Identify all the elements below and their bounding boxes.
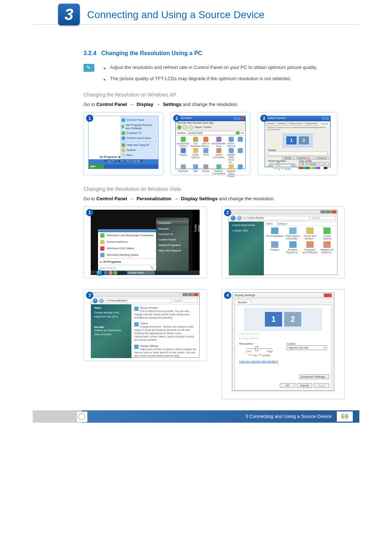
control-panel-item [236,164,244,177]
page-number: 69 [337,411,353,422]
apply-button: Apply [314,383,329,388]
sidebar-link: • Classic View [232,229,261,233]
control-panel-item: Game Controllers [211,148,226,164]
advanced-button: Advanced [315,156,329,160]
start-right-item: Connect To [156,231,189,237]
tab: Appearance [304,121,319,125]
vista-screenshot-1: 1 Windows Live Messenger DownloadNorton … [83,206,207,278]
control-panel-item: Add or Remov... [201,137,211,147]
control-panel-item: Mouse [201,164,211,177]
chapter-number: 3 [58,4,80,25]
window-title: Display Properties [266,117,286,120]
control-panel-item: Network Connections [211,164,226,177]
start-item: Windows Live Messenger Download [98,232,156,239]
step-badge: 3 [86,292,93,299]
back-icon [93,298,98,303]
start-menu-item: Help and Support [120,143,158,148]
resolution-slider [246,348,272,349]
resolution-slider [269,164,295,164]
tab: Screen Saver [287,121,304,125]
footer: 3 Connecting and Using a Source Device 6… [33,410,359,423]
start-right-item: Help and Support [156,248,189,253]
control-panel-item: Fonts [201,148,211,164]
forward-icon [237,216,242,221]
start-menu-item: Run... [120,153,158,158]
taskbar-control-panel: Control Panel [127,271,155,275]
vista-screenshot-2: 2 ▸ Control Panel ▸ Search [221,206,345,278]
placeholder-text: * * * * * * * * * * [239,337,327,341]
resolution-label: Resolution: [239,342,279,345]
xp-subheading: Changing the Resolution on Windows XP [83,92,345,98]
placeholder-text: * * * * * * * * * * * [239,333,327,336]
drag-hint: Drag the monitor icons to match the phys… [265,126,330,131]
start-right-header: Computer [156,221,189,225]
footer-chapter: 3 Connecting and Using a Source Device [245,414,332,419]
window-controls [229,210,337,215]
forward-icon [99,298,104,303]
start-menu-item: Search [120,148,158,153]
colors-dropdown: Highest (32 bit) [287,345,327,350]
control-panel-item: Keyboard [177,164,189,177]
step-badge: 3 [260,115,268,122]
start-button: start [89,164,104,169]
close-icon [324,294,332,297]
step-badge: 4 [224,292,231,299]
tab: Themes [265,121,277,125]
address-path: ▸ Control Panel ▸ [243,216,309,220]
xp-screenshot-2: 2 Control Panel File Edit View Favorites… [171,112,250,175]
search-field: Search [310,216,336,220]
apply-button: Apply [319,162,329,165]
vista-step-text: Go to Control Panel → Personalization → … [83,195,345,203]
monitor-2-icon: 2 [284,312,301,327]
personalization-block: ThemeChange the theme. Themes can change… [134,322,196,341]
all-programs: ▸All Programs [98,258,156,265]
turnoff-button: Turn Off Computer [118,160,142,162]
cancel-button: Cancel [297,383,312,388]
colors-label: Colors: [287,342,327,345]
tab: Desktop [276,121,288,125]
logoff-button: Log Off [105,160,116,162]
see-also-link: Taskbar and Start Menu [94,328,128,332]
window-title: Display Settings [234,294,255,297]
back-icon [230,216,236,221]
start-menu-item: Connect To [120,131,158,136]
start-item: Windows DVD Maker [98,245,156,252]
column-header: Name Category [264,222,337,226]
control-panel-item: Programs and Features [302,241,318,254]
note-item: The picture quality of TFT-LCDs may degr… [103,75,345,83]
monitor-1-icon: 1 [265,312,282,327]
control-panel-item: Printers [266,241,283,254]
start-item: Windows Meeting Space [98,252,156,258]
help-link: How do I get the best display? [239,360,327,363]
back-icon [177,125,181,130]
sidebar-heading: Control Panel Home [232,224,261,226]
control-panel-item: Display [177,148,189,164]
control-panel-item: Adobe Gamma [227,137,236,147]
up-icon [189,125,193,130]
window-controls [233,117,244,120]
step-badge: 2 [224,209,231,216]
control-panel-item: Folder Options [190,148,200,164]
start-menu-item: Control Panel [120,118,158,123]
xp-step-text: Go to Control Panel → Display → Settings… [83,100,345,108]
step-badge: 2 [173,115,180,122]
xp-screenshot-1: 1 Control PanelSet Program Access and De… [83,112,163,175]
identify-button: Identify [282,156,293,160]
monitor-tab: Monitor [234,300,251,305]
control-panel-item: Administrative Tools [211,137,226,147]
section-number: 3.2.4 [83,50,97,56]
display-dropdown [268,152,327,155]
see-also-link: Ease of Access [94,332,128,336]
start-orb-icon [97,270,102,276]
see-also-heading: See also [94,326,128,328]
control-panel-item: Add Hardware [190,137,200,147]
start-right-item: Network [156,226,189,231]
monitor-1-icon: 1 [286,136,297,144]
start-right-item: Control Panel [156,237,189,242]
tasks-heading: Tasks [94,307,128,309]
start-menu-item: Set Program Access and Defaults [120,123,158,131]
control-panel-item [236,137,244,147]
monitor-2-icon: 2 [299,136,309,144]
control-panel-item: Problem Reports a... [285,241,301,254]
window-controls [322,117,329,120]
